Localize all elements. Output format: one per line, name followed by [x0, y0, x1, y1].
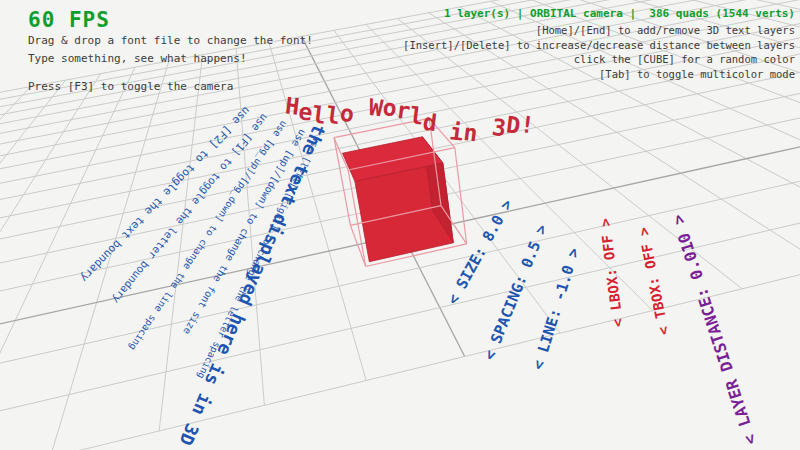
tip-layers: [Home]/[End] to add/remove 3D text layer… — [403, 24, 795, 37]
tip-cube: click the [CUBE] for a random color — [403, 53, 795, 66]
fps-counter: 60 FPS — [28, 8, 110, 32]
viewport: Hello World in 3D! the text displayed he… — [0, 0, 800, 450]
status-bar: 1 layer(s) | ORBITAL camera | 386 quads … — [403, 7, 795, 20]
hint-camera-toggle: Press [F3] to toggle the camera — [28, 80, 233, 93]
tip-distance: [Insert]/[Delete] to increase/decrease d… — [403, 39, 795, 52]
hint-type-something: Type something, see what happens! — [28, 52, 247, 65]
tip-multicolor: [Tab] to toggle multicolor mode — [403, 68, 795, 81]
hint-drag-drop: Drag & drop a font file to change the fo… — [28, 34, 313, 47]
right-hud: 1 layer(s) | ORBITAL camera | 386 quads … — [403, 7, 795, 80]
